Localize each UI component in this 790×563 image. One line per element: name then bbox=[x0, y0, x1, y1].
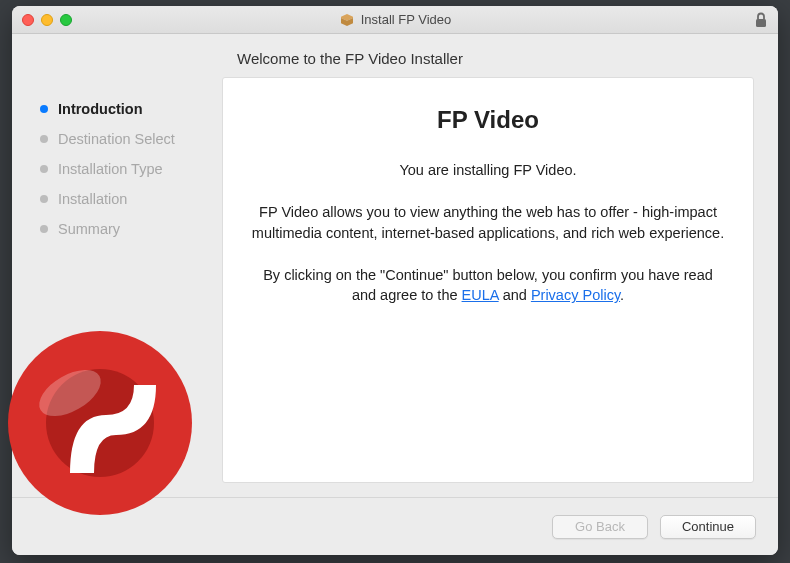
close-icon[interactable] bbox=[22, 14, 34, 26]
window-title: Install FP Video bbox=[361, 12, 452, 27]
step-label: Installation Type bbox=[58, 161, 163, 177]
eula-link[interactable]: EULA bbox=[462, 287, 499, 303]
step-bullet-icon bbox=[40, 195, 48, 203]
step-bullet-icon bbox=[40, 165, 48, 173]
sidebar-item-destination: Destination Select bbox=[40, 131, 212, 147]
flash-player-icon bbox=[0, 323, 200, 523]
step-bullet-icon bbox=[40, 105, 48, 113]
zoom-icon[interactable] bbox=[60, 14, 72, 26]
step-label: Destination Select bbox=[58, 131, 175, 147]
go-back-button: Go Back bbox=[552, 515, 648, 539]
privacy-link[interactable]: Privacy Policy bbox=[531, 287, 620, 303]
agree-period: . bbox=[620, 287, 624, 303]
step-label: Introduction bbox=[58, 101, 143, 117]
step-bullet-icon bbox=[40, 225, 48, 233]
content-agreement: By clicking on the "Continue" button bel… bbox=[251, 265, 725, 306]
continue-button[interactable]: Continue bbox=[660, 515, 756, 539]
sidebar-item-installtype: Installation Type bbox=[40, 161, 212, 177]
page-title: Welcome to the FP Video Installer bbox=[12, 34, 778, 73]
step-label: Installation bbox=[58, 191, 127, 207]
svg-rect-0 bbox=[756, 19, 766, 27]
agree-and: and bbox=[499, 287, 531, 303]
window-controls bbox=[22, 14, 72, 26]
content-title: FP Video bbox=[251, 106, 725, 134]
content-panel: FP Video You are installing FP Video. FP… bbox=[222, 77, 754, 483]
step-sidebar: Introduction Destination Select Installa… bbox=[12, 73, 222, 497]
sidebar-item-summary: Summary bbox=[40, 221, 212, 237]
lock-icon[interactable] bbox=[754, 12, 768, 28]
installer-window: Install FP Video Welcome to the FP Video… bbox=[12, 6, 778, 555]
minimize-icon[interactable] bbox=[41, 14, 53, 26]
package-icon bbox=[339, 12, 355, 28]
step-label: Summary bbox=[58, 221, 120, 237]
content-line1: You are installing FP Video. bbox=[251, 160, 725, 180]
step-bullet-icon bbox=[40, 135, 48, 143]
titlebar: Install FP Video bbox=[12, 6, 778, 34]
sidebar-item-introduction: Introduction bbox=[40, 101, 212, 117]
sidebar-item-installation: Installation bbox=[40, 191, 212, 207]
content-line2: FP Video allows you to view anything the… bbox=[251, 202, 725, 243]
